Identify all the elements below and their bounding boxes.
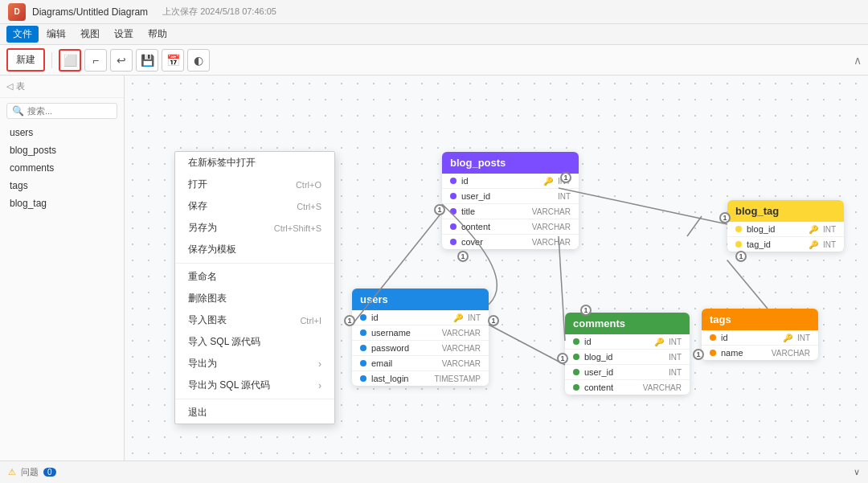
svg-line-1 (559, 236, 565, 341)
table-row: id 🔑 INT (442, 174, 579, 189)
menu-export-sql[interactable]: 导出为 SQL 源代码 › (175, 375, 334, 396)
submenu-arrow: › (318, 358, 321, 370)
table-row: last_login TIMESTAMP (352, 371, 489, 386)
svg-line-3 (687, 216, 702, 236)
sidebar-search-container: 🔍 (6, 103, 117, 119)
table-comments-header: comments (565, 313, 690, 334)
pk-icon: 🔑 (654, 338, 664, 346)
issue-count: 0 (43, 468, 56, 477)
warning-icon: ⚠ (8, 467, 16, 477)
menu-view[interactable]: 视图 (74, 26, 106, 43)
pk-icon: 🔑 (543, 177, 553, 186)
table-row: id 🔑 INT (702, 330, 818, 346)
pk-icon: 🔑 (453, 313, 463, 322)
canvas-area[interactable]: blog_posts id 🔑 INT user_id INT title VA… (125, 76, 868, 460)
pk-icon: 🔑 (809, 240, 818, 249)
conn-dot-comments-left: 1 (557, 353, 568, 364)
dropdown-divider (175, 399, 334, 399)
table-blog-tag-header: blog_tag (727, 200, 844, 222)
conn-dot-users-left: 1 (344, 315, 355, 326)
search-icon: 🔍 (12, 105, 24, 117)
table-row: blog_id 🔑 INT (727, 222, 844, 237)
tool-undo[interactable]: ↩ (110, 49, 133, 72)
tool-calendar[interactable]: 📅 (162, 49, 184, 72)
dropdown-menu: 在新标签中打开 打开 Ctrl+O 保存 Ctrl+S 另存为 Ctrl+Shi… (174, 151, 335, 424)
table-blog-tag[interactable]: blog_tag blog_id 🔑 INT tag_id 🔑 INT (727, 200, 844, 252)
conn-dot-blog-tag-left: 1 (719, 212, 731, 223)
sidebar-item-blog-posts[interactable]: blog_posts (0, 141, 124, 159)
tool-contrast[interactable]: ◐ (187, 49, 210, 72)
tool-hand[interactable]: ⌐ (84, 49, 107, 72)
sidebar-title: 表 (16, 80, 25, 92)
svg-line-4 (559, 188, 727, 224)
menu-save[interactable]: 保存 Ctrl+S (175, 195, 334, 217)
table-row: id 🔑 INT (565, 334, 690, 350)
toolbar-separator (51, 52, 52, 68)
pk-icon: 🔑 (783, 334, 792, 342)
diagram-path: Diagrams/Untitled Diagram (32, 6, 148, 18)
title-bar: D Diagrams/Untitled Diagram 上次保存 2024/5/… (0, 0, 868, 24)
new-button[interactable]: 新建 (6, 48, 45, 72)
table-row: id 🔑 INT (352, 310, 489, 325)
bottom-expand-icon[interactable]: ∨ (854, 467, 860, 477)
sidebar-item-blog-tag[interactable]: blog_tag (0, 194, 124, 212)
main-layout: ◁ 表 🔍 users blog_posts comments tags blo… (0, 76, 868, 460)
menu-rename[interactable]: 重命名 (175, 266, 334, 288)
menu-edit[interactable]: 编辑 (40, 26, 72, 43)
issue-label: 问题 (21, 466, 39, 478)
conn-dot-comments-right: 1 (693, 349, 704, 360)
menu-exit[interactable]: 退出 (175, 402, 334, 424)
toolbar: 新建 ⬜ ⌐ ↩ 💾 📅 ◐ ∧ (0, 45, 868, 76)
menu-delete[interactable]: 删除图表 (175, 288, 334, 309)
menu-save-as[interactable]: 另存为 Ctrl+Shift+S (175, 217, 334, 239)
table-row: blog_id INT (565, 350, 690, 365)
sidebar-item-tags[interactable]: tags (0, 177, 124, 194)
menu-file[interactable]: 文件 (6, 26, 39, 43)
conn-dot-users-right: 1 (488, 315, 499, 326)
table-row: user_id INT (442, 189, 579, 204)
table-row: username VARCHAR (352, 325, 489, 341)
table-row: tag_id 🔑 INT (727, 237, 844, 252)
collapse-icon[interactable]: ◁ (6, 81, 13, 92)
conn-dot-blog-posts-right: 1 (560, 172, 571, 183)
table-tags[interactable]: tags id 🔑 INT name VARCHAR (702, 309, 818, 360)
menu-import-diagram[interactable]: 导入图表 Ctrl+I (175, 309, 334, 331)
dropdown-divider (175, 263, 334, 264)
sidebar-item-comments[interactable]: comments (0, 159, 124, 177)
bottom-bar: ⚠ 问题 0 ∨ (0, 460, 868, 483)
app-logo: D (8, 3, 26, 21)
tool-select[interactable]: ⬜ (59, 49, 81, 72)
toolbar-expand-icon[interactable]: ∧ (854, 54, 862, 67)
menu-help[interactable]: 帮助 (141, 26, 174, 43)
menu-open[interactable]: 打开 Ctrl+O (175, 174, 334, 195)
submenu-arrow: › (318, 380, 321, 391)
menu-save-as-template[interactable]: 保存为模板 (175, 239, 334, 260)
sidebar: ◁ 表 🔍 users blog_posts comments tags blo… (0, 76, 125, 460)
menu-export-as[interactable]: 导出为 › (175, 353, 334, 375)
table-row: content VARCHAR (565, 380, 690, 395)
menu-open-new-tab[interactable]: 在新标签中打开 (175, 152, 334, 174)
table-row: cover VARCHAR (442, 235, 579, 249)
menu-settings[interactable]: 设置 (108, 26, 140, 43)
table-row: title VARCHAR (442, 204, 579, 219)
table-blog-posts-header: blog_posts (442, 152, 579, 174)
conn-dot-blog-posts-bottom: 1 (457, 251, 469, 262)
svg-line-5 (727, 260, 768, 309)
search-input[interactable] (27, 106, 112, 116)
conn-dot-blog-tag-bottom: 1 (735, 251, 747, 262)
table-row: user_id INT (565, 365, 690, 380)
tool-save[interactable]: 💾 (136, 49, 158, 72)
table-blog-posts[interactable]: blog_posts id 🔑 INT user_id INT title VA… (442, 152, 579, 249)
table-row: name VARCHAR (702, 346, 818, 360)
svg-line-2 (489, 325, 565, 365)
sidebar-header: ◁ 表 (0, 76, 124, 98)
menu-import-sql[interactable]: 导入 SQL 源代码 (175, 331, 334, 353)
conn-dot-comments-top: 1 (580, 305, 592, 316)
table-users-header: users (352, 289, 489, 310)
last-saved: 上次保存 2024/5/18 07:46:05 (162, 6, 276, 18)
menu-bar: 文件 编辑 视图 设置 帮助 (0, 24, 868, 45)
table-users[interactable]: users id 🔑 INT username VARCHAR password… (352, 289, 489, 386)
table-comments[interactable]: comments id 🔑 INT blog_id INT user_id IN… (565, 313, 690, 395)
pk-icon: 🔑 (809, 225, 818, 234)
sidebar-item-users[interactable]: users (0, 124, 124, 141)
